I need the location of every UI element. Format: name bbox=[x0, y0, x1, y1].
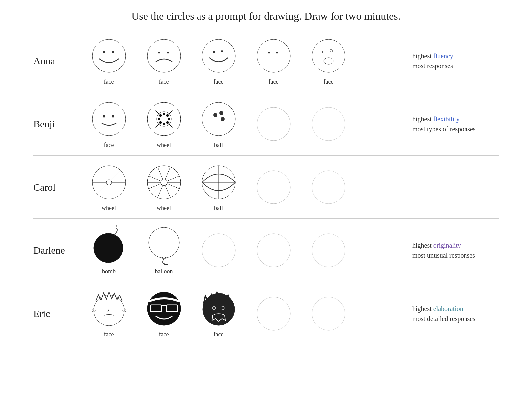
drawing-label: face bbox=[159, 331, 169, 338]
svg-line-58 bbox=[165, 185, 170, 198]
drawing-cell bbox=[248, 167, 299, 207]
svg-line-64 bbox=[148, 176, 161, 181]
drawing-label: wheel bbox=[157, 205, 171, 212]
note-area: highest flexibilitymost types of respons… bbox=[412, 114, 499, 134]
drawing-cell bbox=[248, 230, 299, 270]
svg-point-8 bbox=[221, 50, 223, 52]
drawing-cell: face bbox=[83, 99, 135, 149]
student-row: Darlene✦bombballoonhighest originalitymo… bbox=[33, 218, 499, 282]
svg-point-42 bbox=[312, 107, 345, 141]
drawing-svg-bomb: ✦ bbox=[89, 225, 129, 265]
drawing-svg-empty_light bbox=[309, 294, 348, 333]
drawing-svg-face_eric1 bbox=[89, 289, 129, 329]
drawing-cell: face bbox=[138, 289, 190, 338]
svg-line-66 bbox=[157, 167, 162, 179]
svg-rect-28 bbox=[165, 114, 169, 117]
svg-point-40 bbox=[221, 117, 225, 121]
svg-point-5 bbox=[167, 52, 169, 54]
drawing-svg-ball_basketball bbox=[199, 162, 239, 202]
drawing-svg-wheel_spoked2 bbox=[144, 162, 184, 202]
student-row: Benjifacewheelballhighest flexibilitymos… bbox=[33, 92, 499, 155]
svg-line-65 bbox=[152, 171, 161, 180]
drawing-cell: wheel bbox=[138, 162, 190, 212]
svg-point-11 bbox=[276, 52, 278, 54]
drawing-cell: face bbox=[303, 36, 354, 85]
svg-point-54 bbox=[161, 179, 167, 186]
svg-point-96 bbox=[257, 297, 290, 330]
note-area: highest fluencymost responses bbox=[412, 51, 499, 71]
svg-point-7 bbox=[213, 51, 215, 53]
svg-point-38 bbox=[213, 113, 217, 117]
page-title: Use the circles as a prompt for drawing.… bbox=[131, 10, 401, 22]
drawing-svg-face_eric3 bbox=[199, 289, 239, 329]
svg-point-76 bbox=[94, 233, 123, 263]
drawing-label: face bbox=[324, 78, 333, 85]
student-name: Carol bbox=[33, 182, 83, 193]
svg-rect-21 bbox=[168, 118, 170, 120]
drawing-svg-face_happy bbox=[89, 36, 129, 76]
drawings-area: wheelwheelball bbox=[83, 162, 412, 212]
svg-line-69 bbox=[166, 171, 176, 180]
drawing-label: face bbox=[214, 331, 224, 338]
svg-line-56 bbox=[167, 184, 179, 189]
drawing-label: ball bbox=[214, 142, 223, 149]
svg-point-13 bbox=[322, 51, 323, 53]
svg-point-78 bbox=[149, 227, 179, 258]
drawing-label: wheel bbox=[157, 142, 171, 149]
drawing-svg-face_eric2 bbox=[144, 289, 184, 329]
svg-line-34 bbox=[155, 111, 159, 114]
svg-line-30 bbox=[169, 124, 172, 128]
svg-point-79 bbox=[202, 234, 235, 267]
svg-rect-27 bbox=[163, 113, 165, 115]
drawing-svg-empty_light bbox=[309, 104, 348, 144]
student-name: Darlene bbox=[33, 245, 83, 256]
drawings-area: facefacefacefaceface bbox=[83, 36, 412, 85]
drawing-cell: ✦bomb bbox=[83, 225, 135, 275]
svg-point-14 bbox=[330, 49, 332, 52]
drawing-label: face bbox=[104, 78, 114, 85]
svg-line-36 bbox=[169, 111, 172, 114]
drawing-svg-empty_light bbox=[309, 167, 348, 207]
svg-point-81 bbox=[312, 234, 345, 267]
drawing-svg-face_sad bbox=[144, 36, 184, 76]
svg-line-61 bbox=[152, 185, 161, 194]
drawing-svg-wheel_tire bbox=[144, 99, 184, 139]
drawing-cell bbox=[303, 167, 354, 207]
drawing-cell: balloon bbox=[138, 225, 190, 275]
svg-point-0 bbox=[92, 39, 126, 72]
drawing-cell bbox=[248, 104, 299, 144]
student-name: Eric bbox=[33, 308, 83, 319]
drawing-svg-face_simple bbox=[89, 99, 129, 139]
svg-point-75 bbox=[312, 171, 345, 204]
svg-point-18 bbox=[112, 115, 114, 118]
svg-line-46 bbox=[111, 184, 121, 194]
svg-point-3 bbox=[147, 39, 181, 72]
drawing-cell: wheel bbox=[138, 99, 190, 149]
svg-point-16 bbox=[92, 102, 126, 136]
drawing-label: bomb bbox=[102, 268, 116, 275]
svg-line-70 bbox=[167, 176, 179, 181]
drawing-svg-balloon bbox=[144, 225, 184, 265]
drawing-cell bbox=[303, 104, 354, 144]
svg-rect-92 bbox=[167, 305, 177, 311]
svg-point-37 bbox=[202, 102, 235, 136]
svg-point-44 bbox=[106, 180, 112, 185]
drawing-cell: ball bbox=[193, 162, 244, 212]
drawing-cell bbox=[248, 294, 299, 333]
svg-point-2 bbox=[112, 51, 114, 53]
svg-line-68 bbox=[165, 167, 170, 179]
svg-rect-91 bbox=[151, 305, 161, 311]
note-area: highest elaborationmost detailed respons… bbox=[412, 304, 499, 324]
svg-rect-23 bbox=[163, 123, 165, 125]
drawing-svg-face_smile2 bbox=[199, 36, 239, 76]
drawing-label: wheel bbox=[102, 205, 116, 212]
drawing-label: face bbox=[214, 78, 224, 85]
drawing-cell: ball bbox=[193, 99, 244, 149]
svg-rect-22 bbox=[165, 121, 169, 124]
svg-point-12 bbox=[312, 39, 345, 72]
student-row: Annafacefacefacefacefacehighest fluencym… bbox=[33, 29, 499, 92]
drawing-svg-empty bbox=[254, 294, 294, 333]
drawing-cell: face bbox=[138, 36, 190, 85]
svg-point-39 bbox=[219, 111, 223, 115]
svg-point-17 bbox=[103, 115, 105, 118]
